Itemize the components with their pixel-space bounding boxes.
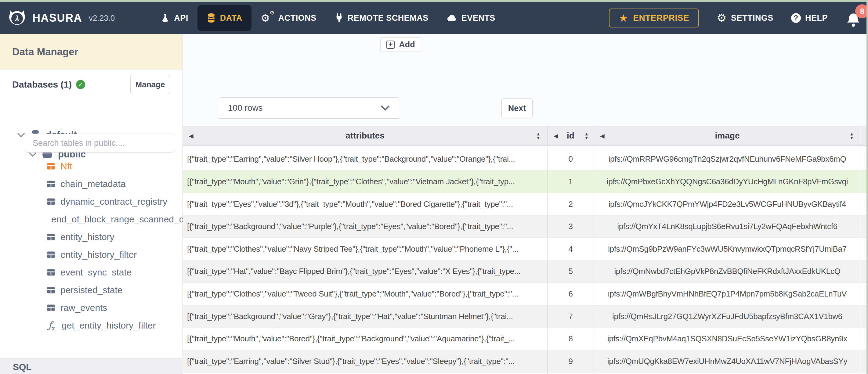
table-icon [46,303,56,312]
cell-image-1: ipfs://QmPbxeGcXhYQQNgsC6a36dDyYUcHgMLnG… [594,170,861,193]
enterprise-button[interactable]: ★ ENTERPRISE [609,8,699,27]
database-icon [207,13,216,23]
cell-attributes-0: [{"trait_type":"Earring","value":"Silver… [183,148,548,171]
cell-id-0: 0 [548,148,594,171]
rows-per-page-select[interactable]: 100 rows [218,97,400,119]
table-name: entity_history_filter [60,250,137,260]
hasura-console: λ HASURA v2.23.0 API DATA ⚙⚙ ACTIONS [0,0,868,374]
cell-image-0: ipfs://QmRRPWG96cmgTn2qSzjwr2qvfNEuhunv6… [594,148,861,171]
sql-link[interactable]: SQL [13,362,32,372]
cell-image-3: ipfs://QmYxT4LnK8sqLupjbS6eRvu1si7Ly2wFQ… [594,215,861,238]
cell-attributes-4: [{"trait_type":"Clothes","value":"Navy S… [183,238,548,260]
cell-attributes-8: [{"trait_type":"Mouth","value":"Bored"},… [183,328,548,350]
column-header-image: ◀ image ▲▼ [594,126,861,146]
cell-id-9: 9 [548,350,594,373]
flask-icon [160,13,170,23]
table-icon [46,250,56,259]
nav-help[interactable]: ? HELP [791,13,828,23]
cell-image-6: ipfs://QmWBgfBhyVmHNhBfEQ7p1P4Mpn7pm5b8K… [594,283,861,305]
chevron-down-icon [380,105,390,111]
table-name: raw_events [60,303,107,313]
nav-tab-remote-schemas[interactable]: REMOTE SCHEMAS [326,5,438,31]
cell-attributes-9: [{"trait_type":"Earring","value":"Silver… [183,350,548,373]
cell-attributes-6: [{"trait_type":"Clothes","value":"Tweed … [183,283,548,305]
table-icon [46,268,56,277]
nav-tab-actions[interactable]: ⚙⚙ ACTIONS [251,5,326,31]
table-name: Nft [60,161,72,172]
logo-version: v2.23.0 [89,13,115,23]
sidebar: Data Manager Databases (1) ✓ Manage defa… [0,34,183,374]
cell-id-6: 6 [548,283,594,305]
cell-id-4: 4 [548,238,594,260]
chevron-down-icon[interactable] [17,132,25,137]
cell-attributes-5: [{"trait_type":"Hat","value":"Bayc Flipp… [183,260,548,283]
sidebar-table-dynamic_contract_registry[interactable]: dynamic_contract_registry [0,193,182,211]
hasura-mascot-icon: λ [8,9,26,27]
cell-image-4: ipfs://QmSg9bPzW9anFYc3wWU5KnvymwkxQTpmq… [594,238,861,260]
nav-menu: API DATA ⚙⚙ ACTIONS REMOTE SCHEMAS [151,5,504,31]
notifications-button[interactable]: 8 [845,7,863,29]
plug-icon [335,13,343,23]
sidebar-table-raw_events[interactable]: raw_events [0,299,182,317]
sidebar-table-entity_history[interactable]: entity_history [0,228,182,246]
sort-icon[interactable]: ▲▼ [584,132,589,140]
column-header-id: ◀ id ▲▼ [548,126,594,146]
manage-button[interactable]: Manage [130,75,170,94]
column-header-attributes: ◀ attributes ▲▼ [183,126,548,146]
nav-tab-events[interactable]: EVENTS [438,5,504,31]
table-list: Nftchain_metadatadynamic_contract_regist… [0,157,182,334]
cell-id-5: 5 [548,260,594,283]
gears-icon: ⚙⚙ [261,11,274,25]
sort-icon[interactable]: ▲▼ [849,132,854,140]
next-page-button[interactable]: Next [501,98,533,118]
nav-right: ★ ENTERPRISE ⚙ SETTINGS ? HELP 8 [609,7,860,29]
sidebar-table-entity_history_filter[interactable]: entity_history_filter [0,246,182,263]
databases-label: Databases (1) [12,79,72,90]
hasura-logo[interactable]: λ HASURA v2.23.0 [8,9,115,27]
cell-partial [548,373,594,374]
collapse-column-icon[interactable]: ◀ [600,132,604,139]
table-name: entity_history [60,232,115,242]
notification-badge: 8 [855,4,868,18]
cell-id-8: 8 [548,328,594,350]
search-input[interactable] [25,134,174,153]
cell-id-2: 2 [548,193,594,216]
add-row-button[interactable]: + Add [380,37,421,52]
plus-square-icon: + [386,40,395,49]
gear-icon: ⚙ [717,12,727,24]
cell-image-5: ipfs://QmNwbd7ctEhGpVkP8nZvBBQfiNeFKRdxf… [594,260,861,283]
cell-id-7: 7 [548,305,594,328]
star-icon: ★ [619,13,628,23]
main-content: + Add 100 rows Next ◀ attributes ▲▼ ◀ id… [183,34,868,374]
sidebar-footer: SQL [0,359,182,374]
cell-attributes-7: [{"trait_type":"Background","value":"Gra… [183,305,548,328]
cell-partial [183,373,548,374]
sidebar-table-persisted_state[interactable]: persisted_state [0,281,182,299]
nav-tab-data[interactable]: DATA [197,5,251,31]
sidebar-header: Data Manager [0,34,182,69]
cell-id-1: 1 [548,170,594,193]
nav-settings[interactable]: ⚙ SETTINGS [717,12,773,24]
sort-icon[interactable]: ▲▼ [536,132,540,140]
table-name: chain_metadata [60,179,126,189]
table-name: persisted_state [60,285,122,295]
sidebar-table-end_of_block_range_scanned_data[interactable]: end_of_block_range_scanned_data [0,211,182,228]
cell-image-9: ipfs://QmUQgKka8EW7exiUHnMwZ4UoXA11wV7NF… [594,350,861,373]
sidebar-table-Nft[interactable]: Nft [0,157,182,175]
help-icon: ? [791,13,801,23]
sidebar-table-get_entity_history_filter[interactable]: ƒxget_entity_history_filter [0,317,182,334]
collapse-column-icon[interactable]: ◀ [189,132,193,139]
cell-attributes-1: [{"trait_type":"Mouth","value":"Grin"},{… [183,170,548,193]
cell-partial [594,373,861,374]
sidebar-table-chain_metadata[interactable]: chain_metadata [0,175,182,193]
sidebar-table-event_sync_state[interactable]: event_sync_state [0,263,182,281]
cell-image-2: ipfs://QmcJYkCKK7QPmYWjp4FD2e3Lv5WCGFuHN… [594,193,861,216]
logo-title: HASURA [32,11,82,24]
databases-row: Databases (1) ✓ Manage [0,74,182,95]
nav-tab-api[interactable]: API [151,5,197,31]
collapse-column-icon[interactable]: ◀ [554,132,558,139]
table-name: get_entity_history_filter [62,320,156,331]
svg-text:λ: λ [14,14,19,23]
table-icon [46,197,56,206]
cell-attributes-3: [{"trait_type":"Background","value":"Pur… [183,215,548,238]
